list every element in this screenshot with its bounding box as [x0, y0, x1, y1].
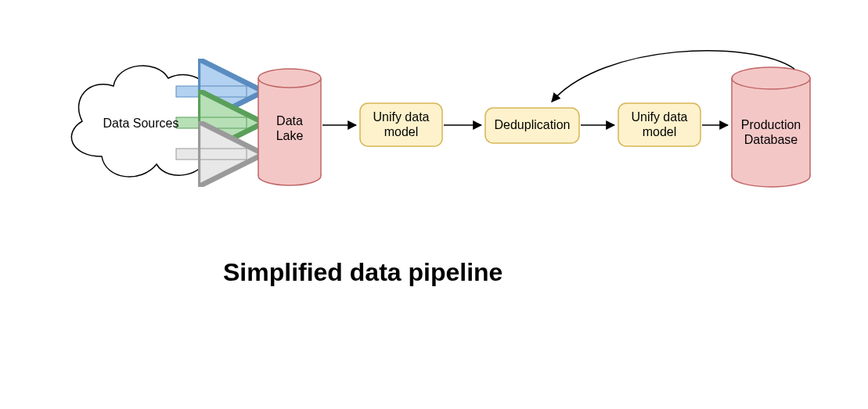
ingest-arrows	[176, 86, 250, 160]
production-database-cylinder	[732, 67, 810, 187]
svg-rect-8	[258, 78, 321, 176]
svg-rect-13	[732, 78, 810, 176]
svg-point-11	[258, 69, 321, 88]
unify-data-model-box-2	[618, 103, 701, 146]
svg-point-16	[732, 67, 810, 89]
deduplication-box	[485, 108, 579, 143]
unify-data-model-box-1	[360, 103, 442, 146]
diagram-svg	[0, 0, 868, 409]
diagram-canvas: Data Sources Data Lake Unify data model …	[0, 0, 868, 409]
data-lake-cylinder	[258, 69, 321, 185]
